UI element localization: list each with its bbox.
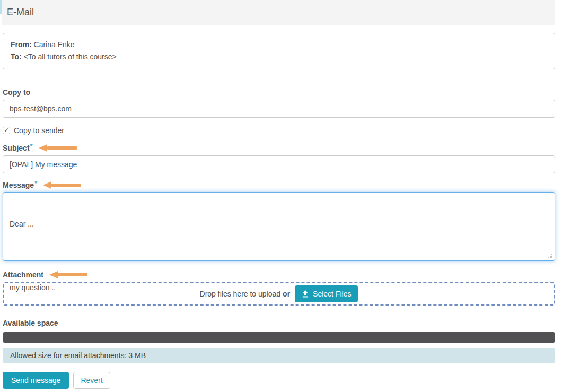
- page-title: E-Mail: [7, 7, 34, 18]
- message-textarea[interactable]: Dear ... my question ..: [3, 192, 555, 261]
- message-required-marker: *: [34, 179, 37, 187]
- subject-label: Subject: [3, 144, 30, 152]
- subject-required-marker: *: [30, 142, 33, 150]
- progress-fill: [3, 332, 555, 343]
- message-line-2: my question ..: [10, 282, 548, 293]
- message-line-1: Dear ...: [10, 219, 548, 229]
- subject-hint-arrow-icon: [39, 144, 77, 152]
- message-label: Message: [3, 181, 34, 189]
- from-label: From:: [11, 40, 32, 49]
- copy-to-label-row: Copy to: [3, 88, 555, 97]
- left-edge-panel-sliver: [0, 0, 2, 14]
- resize-grip-icon[interactable]: [548, 254, 553, 259]
- panel-header: E-Mail: [2, 0, 555, 25]
- copy-to-label: Copy to: [3, 88, 30, 97]
- revert-button[interactable]: Revert: [73, 372, 110, 389]
- copy-to-sender-checkbox[interactable]: ✓: [3, 127, 10, 134]
- copy-to-input[interactable]: [3, 100, 555, 118]
- attachment-size-info: Allowed size for email attachments: 3 MB: [3, 348, 555, 363]
- text-cursor: [58, 283, 58, 291]
- to-label: To:: [11, 53, 22, 61]
- available-space-progressbar: [3, 332, 555, 343]
- message-hint-arrow-icon: [43, 181, 81, 189]
- subject-input[interactable]: [3, 155, 555, 173]
- attachment-size-info-text: Allowed size for email attachments: 3 MB: [10, 351, 146, 360]
- from-value: Carina Enke: [34, 40, 75, 49]
- to-value: <To all tutors of this course>: [24, 53, 117, 61]
- message-label-row: Message *: [3, 180, 555, 189]
- form-actions: Send message Revert: [3, 372, 555, 389]
- email-form: E-Mail From: Carina Enke To: <To all tut…: [0, 0, 562, 389]
- to-line: To: <To all tutors of this course>: [11, 51, 547, 63]
- checkmark-icon: ✓: [4, 127, 8, 133]
- send-message-button[interactable]: Send message: [3, 372, 69, 389]
- from-line: From: Carina Enke: [11, 39, 547, 51]
- subject-label-row: Subject *: [3, 143, 555, 152]
- copy-to-sender-label: Copy to sender: [14, 126, 64, 135]
- recipients-box: From: Carina Enke To: <To all tutors of …: [3, 33, 555, 69]
- copy-to-sender-row[interactable]: ✓ Copy to sender: [3, 126, 555, 134]
